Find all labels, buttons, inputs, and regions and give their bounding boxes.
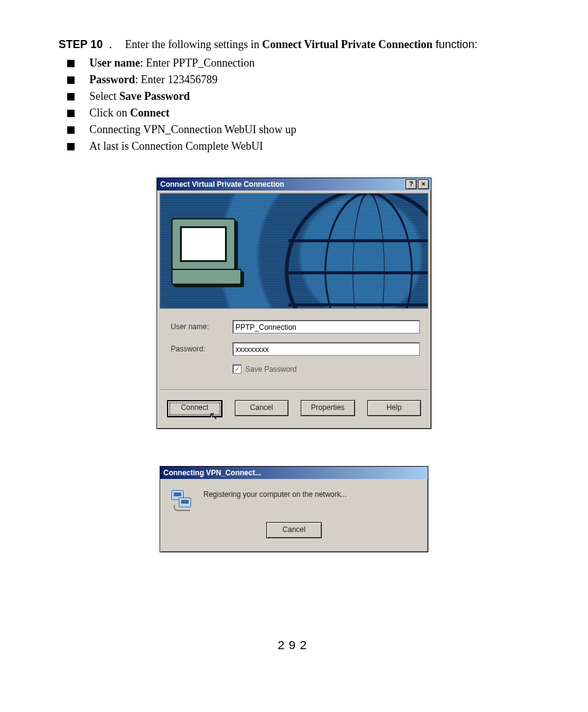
step-heading: STEP 10 ﹒ Enter the following settings i… [59,37,529,52]
dialog-title: Connect Virtual Private Connection [160,180,404,189]
cursor-icon: ↖ [209,410,218,422]
list-item: Select Save Password [65,90,529,103]
monitor-icon [171,218,245,286]
instruction-list: User name: Enter PPTP_Connection Passwor… [65,57,529,153]
properties-button[interactable]: Properties [301,400,355,416]
list-item: Password: Enter 123456789 [65,73,529,86]
step-intro-bold: Connect Virtual Private Connection [262,38,432,51]
titlebar[interactable]: Connect Virtual Private Connection ? × [157,178,431,190]
list-item: User name: Enter PPTP_Connection [65,57,529,70]
step-label: STEP 10 [59,38,103,51]
dialog-title: Connecting VPN_Connect... [163,469,426,477]
globe-icon [285,193,428,309]
network-icon [170,489,192,511]
step-intro-before: Enter the following settings in [125,38,262,51]
password-input[interactable]: xxxxxxxxx [232,342,420,356]
connect-vpn-dialog: Connect Virtual Private Connection ? × U… [157,178,431,429]
step-intro-after: function: [433,38,478,51]
connecting-dialog: Connecting VPN_Connect... Registering yo… [160,466,428,552]
cancel-button[interactable]: Cancel [235,400,289,416]
cancel-button[interactable]: Cancel [266,522,322,538]
list-item: At last is Connection Complete WebUI [65,140,529,153]
username-input[interactable]: PPTP_Connection [232,320,420,333]
password-label: Password: [171,345,232,353]
save-password-checkbox[interactable]: ✓ [232,364,242,374]
list-item: Connecting VPN_Connection WebUI show up [65,123,529,136]
dialog-banner [160,193,428,309]
help-icon[interactable]: ? [406,179,417,189]
list-item: Click on Connect [65,107,529,120]
username-label: User name: [171,322,232,331]
help-button[interactable]: Help [367,400,422,416]
step-dot: ﹒ [105,38,116,51]
page-number: 292 [59,639,529,653]
save-password-label: Save Password [245,365,296,374]
status-message: Registering your computer on the network… [203,489,347,499]
close-icon[interactable]: × [418,179,429,189]
titlebar[interactable]: Connecting VPN_Connect... [160,467,428,479]
connect-button[interactable]: Connect ↖ [167,400,223,417]
separator [160,390,428,390]
